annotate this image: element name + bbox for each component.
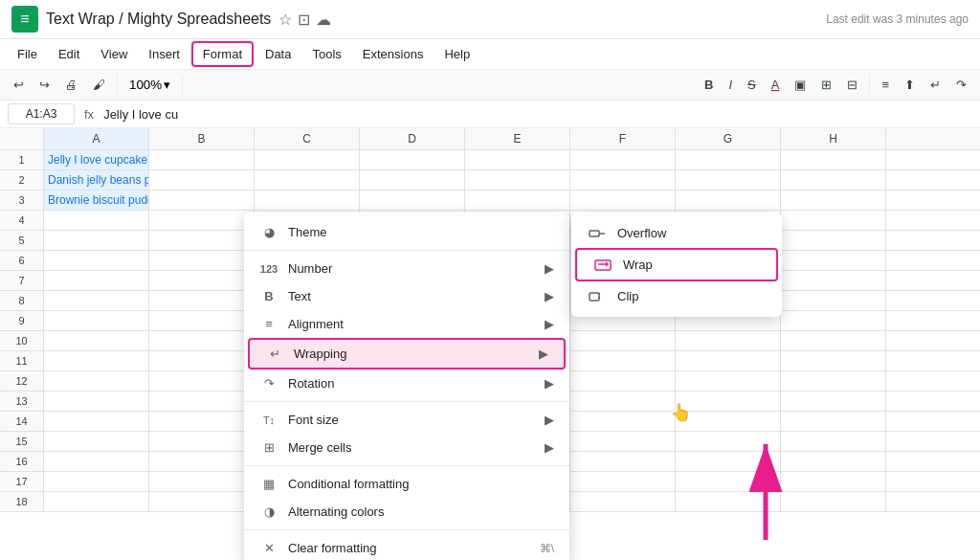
- cloud-icon[interactable]: ☁: [316, 11, 331, 29]
- star-icon[interactable]: ☆: [278, 11, 292, 29]
- cell-E3[interactable]: [465, 190, 570, 210]
- cell-F13[interactable]: [570, 392, 676, 411]
- rotate-button[interactable]: ↷: [950, 74, 972, 96]
- format-menu-number[interactable]: 123 Number ▶: [244, 255, 569, 282]
- cell-H8[interactable]: [781, 291, 886, 310]
- col-header-G[interactable]: G: [676, 128, 781, 149]
- italic-button[interactable]: I: [723, 74, 738, 96]
- cell-C1[interactable]: [255, 150, 360, 169]
- wrap-button[interactable]: ↵: [924, 74, 947, 96]
- cell-D2[interactable]: [360, 170, 465, 190]
- cell-F1[interactable]: [570, 150, 676, 169]
- format-menu-theme[interactable]: ◕ Theme: [244, 218, 569, 246]
- cell-H3[interactable]: [781, 190, 886, 210]
- cell-A2[interactable]: Danish jelly beans pie sweet: [44, 170, 149, 190]
- cell-F3[interactable]: [570, 190, 676, 210]
- cell-A11[interactable]: [44, 351, 149, 370]
- cell-F17[interactable]: [570, 472, 676, 491]
- cell-G2[interactable]: [676, 170, 781, 190]
- cell-A3[interactable]: Brownie biscuit pudding frui: [44, 190, 149, 210]
- wrap-overflow-option[interactable]: Overflow: [571, 218, 782, 248]
- cell-B11[interactable]: [149, 351, 255, 370]
- cell-B17[interactable]: [149, 472, 255, 491]
- cell-A13[interactable]: [44, 392, 149, 411]
- cell-H12[interactable]: [781, 371, 886, 391]
- cell-F15[interactable]: [570, 432, 676, 451]
- cell-H13[interactable]: [781, 392, 886, 411]
- cell-A5[interactable]: [44, 231, 149, 250]
- cell-B4[interactable]: [149, 211, 255, 230]
- cell-B7[interactable]: [149, 271, 255, 290]
- col-header-C[interactable]: C: [255, 128, 360, 149]
- strikethrough-button[interactable]: S: [742, 74, 762, 96]
- cell-H4[interactable]: [781, 211, 886, 230]
- cell-H2[interactable]: [781, 170, 886, 190]
- zoom-control[interactable]: 100% ▾: [123, 75, 176, 95]
- format-menu-alternating[interactable]: ◑ Alternating colors: [244, 498, 569, 526]
- cell-F2[interactable]: [570, 170, 676, 190]
- cell-F18[interactable]: [570, 492, 676, 511]
- align-button[interactable]: ≡: [876, 74, 895, 96]
- fill-color-button[interactable]: ▣: [789, 74, 812, 96]
- menu-help[interactable]: Help: [434, 43, 479, 65]
- cell-H6[interactable]: [781, 251, 886, 270]
- cell-B8[interactable]: [149, 291, 255, 310]
- menu-edit[interactable]: Edit: [49, 43, 89, 65]
- cell-H7[interactable]: [781, 271, 886, 290]
- format-menu-clear[interactable]: ✕ Clear formatting ⌘\: [244, 534, 569, 560]
- cell-G10[interactable]: [676, 331, 781, 350]
- drive-icon[interactable]: ⊡: [298, 11, 310, 29]
- menu-view[interactable]: View: [91, 43, 137, 65]
- cell-reference[interactable]: A1:A3: [8, 103, 75, 124]
- cell-B10[interactable]: [149, 331, 255, 350]
- bold-button[interactable]: B: [699, 74, 719, 96]
- menu-insert[interactable]: Insert: [139, 43, 189, 65]
- cell-A9[interactable]: [44, 311, 149, 330]
- cell-B6[interactable]: [149, 251, 255, 270]
- font-color-button[interactable]: A: [766, 74, 786, 96]
- col-header-H[interactable]: H: [781, 128, 886, 149]
- formula-input[interactable]: [103, 107, 972, 122]
- cell-H17[interactable]: [781, 472, 886, 491]
- cell-B16[interactable]: [149, 452, 255, 471]
- cell-A8[interactable]: [44, 291, 149, 310]
- col-header-E[interactable]: E: [465, 128, 570, 149]
- col-header-A[interactable]: A: [44, 128, 149, 149]
- cell-F11[interactable]: [570, 351, 676, 370]
- cell-G1[interactable]: [676, 150, 781, 169]
- cell-A17[interactable]: [44, 472, 149, 491]
- col-header-D[interactable]: D: [360, 128, 465, 149]
- cell-B13[interactable]: [149, 392, 255, 411]
- format-menu-text[interactable]: B Text ▶: [244, 282, 569, 310]
- cell-B2[interactable]: [149, 170, 255, 190]
- cell-A4[interactable]: [44, 211, 149, 230]
- format-menu-rotation[interactable]: ↷ Rotation ▶: [244, 370, 569, 397]
- cell-E1[interactable]: [465, 150, 570, 169]
- wrap-clip-option[interactable]: Clip: [571, 281, 782, 311]
- cell-D1[interactable]: [360, 150, 465, 169]
- menu-data[interactable]: Data: [256, 43, 301, 65]
- undo-button[interactable]: ↩: [8, 74, 30, 96]
- cell-E2[interactable]: [465, 170, 570, 190]
- cell-B18[interactable]: [149, 492, 255, 511]
- col-header-B[interactable]: B: [149, 128, 255, 149]
- cell-G3[interactable]: [676, 190, 781, 210]
- format-menu-font-size[interactable]: T↕ Font size ▶: [244, 406, 569, 434]
- cell-H14[interactable]: [781, 412, 886, 431]
- cell-B12[interactable]: [149, 371, 255, 391]
- cell-B3[interactable]: [149, 190, 255, 210]
- format-menu-alignment[interactable]: ≡ Alignment ▶: [244, 310, 569, 338]
- cell-H9[interactable]: [781, 311, 886, 330]
- menu-file[interactable]: File: [8, 43, 47, 65]
- cell-H11[interactable]: [781, 351, 886, 370]
- cell-B15[interactable]: [149, 432, 255, 451]
- cell-G12[interactable]: [676, 371, 781, 391]
- menu-tools[interactable]: Tools: [302, 43, 350, 65]
- menu-format[interactable]: Format: [191, 41, 254, 67]
- cell-C2[interactable]: [255, 170, 360, 190]
- cell-H10[interactable]: [781, 331, 886, 350]
- cell-B9[interactable]: [149, 311, 255, 330]
- cell-A14[interactable]: [44, 412, 149, 431]
- menu-extensions[interactable]: Extensions: [353, 43, 434, 65]
- cell-G13[interactable]: [676, 392, 781, 411]
